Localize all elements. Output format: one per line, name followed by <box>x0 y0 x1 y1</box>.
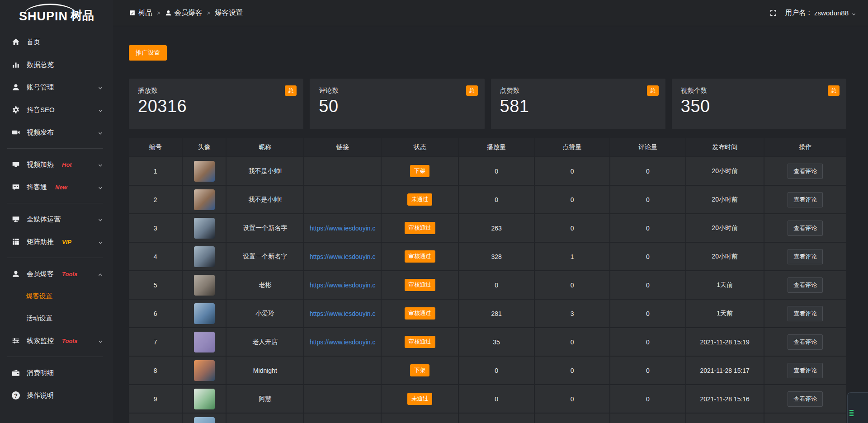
sidebar-subitem-0[interactable]: 爆客设置 <box>0 285 113 307</box>
column-header-9: 操作 <box>764 138 846 156</box>
comments-cell: 0 <box>609 356 685 384</box>
row-id-cell: 2 <box>129 185 182 213</box>
publish-time-cell: 20小时前 <box>685 156 764 185</box>
publish-time-cell: 1天前 <box>685 299 764 327</box>
promo-settings-button[interactable]: 推广设置 <box>129 45 167 61</box>
status-badge: 审核通过 <box>405 307 435 320</box>
data-table: 编号头像昵称链接状态播放量点赞量评论量发布时间操作1我不是小帅!下架00020小… <box>129 138 846 423</box>
sidebar-subitem-1[interactable]: 活动设置 <box>0 307 113 329</box>
likes: 1 <box>571 253 574 260</box>
plays: 0 <box>495 196 498 203</box>
view-comments-button[interactable]: 查看评论 <box>788 249 823 264</box>
stat-card-value: 50 <box>319 97 475 116</box>
row-id-cell: 4 <box>129 242 182 270</box>
topbar: 树品>会员爆客>爆客设置 用户名：zswodun88 <box>113 0 868 26</box>
avatar-cell <box>182 213 226 242</box>
stat-card-label: 评论数 <box>319 86 475 95</box>
sidebar-item-badge: Hot <box>62 161 72 168</box>
row-id-cell: 8 <box>129 356 182 384</box>
likes: 3 <box>571 310 574 317</box>
publish-time: 2021-11-28 15:17 <box>700 367 750 374</box>
status-cell: 审核通过 <box>381 242 458 270</box>
stat-card-label: 点赞数 <box>500 86 656 95</box>
sidebar-item-label: 视频加热 <box>27 160 54 169</box>
sidebar-item-0[interactable]: 首页 <box>0 31 113 53</box>
plays: 0 <box>495 168 498 175</box>
sidebar-item-15[interactable]: 消费明细 <box>0 362 113 384</box>
sidebar-item-label: 视频发布 <box>27 128 54 137</box>
view-comments-button[interactable]: 查看评论 <box>788 192 823 207</box>
floating-widget[interactable] <box>847 392 868 423</box>
status-badge: 审核通过 <box>405 250 435 263</box>
comments-cell: 0 <box>609 213 685 242</box>
profile-link[interactable]: https://www.iesdouyin.c <box>304 225 381 232</box>
row-id-cell: 3 <box>129 213 182 242</box>
view-comments-button[interactable]: 查看评论 <box>788 306 823 321</box>
view-comments-button[interactable]: 查看评论 <box>788 391 823 407</box>
user-menu[interactable]: 用户名：zswodun88 <box>785 9 856 17</box>
profile-link[interactable]: https://www.iesdouyin.c <box>304 310 381 317</box>
action-cell <box>764 413 846 423</box>
view-comments-button[interactable]: 查看评论 <box>788 334 823 350</box>
row-id-cell <box>129 413 182 423</box>
status-badge: 审核通过 <box>405 222 435 234</box>
profile-link[interactable]: https://www.iesdouyin.c <box>304 282 381 289</box>
publish-time-cell: 20小时前 <box>685 185 764 213</box>
column-header-5: 播放量 <box>458 138 533 156</box>
likes-cell: 0 <box>534 156 609 185</box>
sidebar-item-7[interactable]: 抖客通New <box>0 176 113 198</box>
view-comments-button[interactable]: 查看评论 <box>788 363 823 378</box>
publish-time: 20小时前 <box>712 253 738 261</box>
stat-card-value: 350 <box>681 97 837 116</box>
profile-link[interactable]: https://www.iesdouyin.c <box>304 253 381 260</box>
row-id: 4 <box>154 253 157 260</box>
sidebar-item-13[interactable]: 线索监控Tools <box>0 329 113 352</box>
sidebar-item-3[interactable]: 抖音SEO <box>0 99 113 121</box>
sidebar-divider <box>7 258 103 258</box>
avatar-cell <box>182 356 226 384</box>
breadcrumb-item-0[interactable]: 树品 <box>129 8 152 18</box>
stat-card-1: 评论数总50 <box>310 79 484 129</box>
sidebar-item-label: 线索监控 <box>27 337 54 345</box>
sidebar-item-10[interactable]: 矩阵助推VIP <box>0 230 113 253</box>
sidebar-item-12[interactable]: 会员爆客Tools <box>0 263 113 285</box>
row-id-cell: 7 <box>129 327 182 356</box>
video-camera-icon <box>12 128 20 136</box>
sidebar-item-label: 操作说明 <box>27 391 54 400</box>
likes: 0 <box>571 225 574 232</box>
breadcrumb-separator: > <box>157 9 160 16</box>
view-comments-button[interactable]: 查看评论 <box>788 221 823 236</box>
plays: 328 <box>491 253 501 260</box>
comments-cell: 0 <box>609 185 685 213</box>
comments-cell: 0 <box>609 384 685 413</box>
comments-cell: 0 <box>609 242 685 270</box>
comments: 0 <box>646 367 650 374</box>
nickname: Midnight <box>253 367 277 374</box>
app-logo[interactable]: SHUPIN 树品 <box>0 0 113 26</box>
profile-link[interactable]: https://www.iesdouyin.c <box>304 338 381 346</box>
sidebar-item-1[interactable]: 数据总览 <box>0 53 113 76</box>
status-cell: 下架 <box>381 156 458 185</box>
comments: 0 <box>646 282 650 289</box>
fullscreen-icon[interactable] <box>769 9 777 17</box>
sidebar-item-badge: VIP <box>62 239 71 245</box>
breadcrumb-item-1[interactable]: 会员爆客 <box>165 8 203 18</box>
nickname-cell: 我不是小帅! <box>226 156 303 185</box>
sidebar-item-16[interactable]: ?操作说明 <box>0 384 113 407</box>
nickname-cell: 我不是小帅! <box>226 185 303 213</box>
plays-cell: 263 <box>458 213 533 242</box>
stat-card-total-badge: 总 <box>828 85 840 96</box>
nickname-cell: 老人开店 <box>226 327 303 356</box>
sidebar-item-label: 全媒体运营 <box>27 215 61 224</box>
sidebar-item-4[interactable]: 视频发布 <box>0 121 113 144</box>
publish-time: 20小时前 <box>712 224 738 232</box>
view-comments-button[interactable]: 查看评论 <box>788 164 823 179</box>
plays: 0 <box>495 367 498 374</box>
sidebar-item-6[interactable]: 视频加热Hot <box>0 153 113 176</box>
row-id-cell: 9 <box>129 384 182 413</box>
sidebar-item-9[interactable]: 全媒体运营 <box>0 208 113 230</box>
view-comments-button[interactable]: 查看评论 <box>788 277 823 293</box>
sidebar-item-label: 抖音SEO <box>27 106 55 114</box>
breadcrumb-item-2[interactable]: 爆客设置 <box>215 8 243 18</box>
sidebar-item-2[interactable]: 账号管理 <box>0 76 113 99</box>
